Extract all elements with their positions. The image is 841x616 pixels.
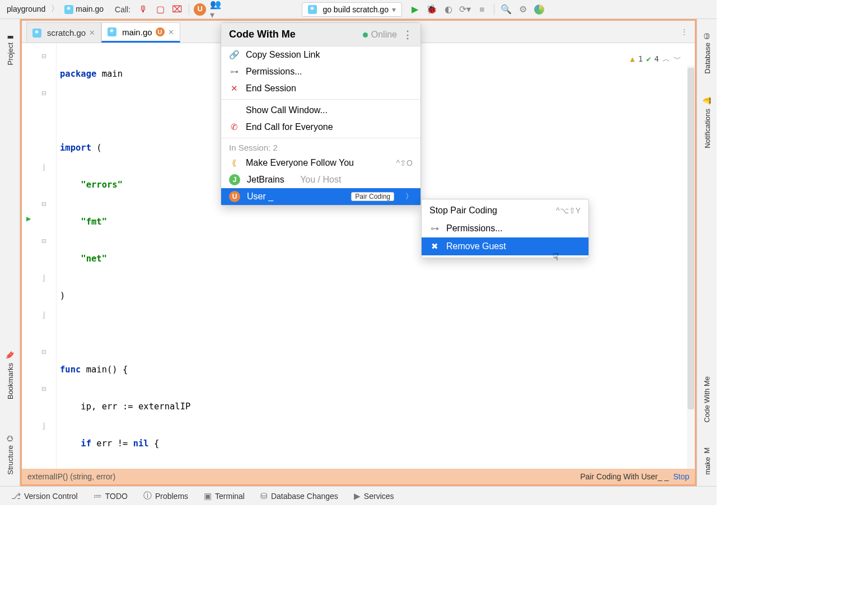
tab-options-icon[interactable]: ⋮ — [680, 27, 688, 36]
more-icon[interactable]: ⋮ — [403, 29, 413, 41]
copy-session-link-item[interactable]: 🔗Copy Session Link — [221, 46, 421, 63]
fold-icon[interactable]: ⊟ — [41, 380, 46, 398]
permissions-item[interactable]: ⊶Permissions... — [221, 63, 421, 80]
online-status: Online — [363, 30, 397, 40]
left-tool-rail: Project▮ Bookmarks🔖 Structure⌬ — [0, 19, 20, 486]
key-icon: ⊶ — [429, 223, 440, 234]
settings-icon[interactable]: ⚙ — [517, 4, 529, 15]
jetbrains-icon[interactable] — [534, 4, 544, 15]
run-config-selector[interactable]: go build scratch.go ▾ — [302, 2, 402, 17]
code-lines[interactable]: package main import ( "errors" "fmt" "ne… — [57, 43, 243, 469]
structure-tool[interactable]: Structure⌬ — [6, 433, 15, 475]
tab-main[interactable]: main.go U ✕ — [101, 22, 180, 43]
shortcut-label: ^⌥⇧Y — [556, 206, 581, 215]
close-icon[interactable]: ✕ — [89, 29, 95, 37]
screenshare-off-icon[interactable]: ⌧ — [171, 4, 183, 15]
bookmarks-label: Bookmarks — [6, 363, 14, 399]
link-icon: 🔗 — [229, 50, 239, 60]
inspection-badges[interactable]: ▲1 ✔4 ︿ ﹀ — [630, 50, 681, 68]
pair-coding-badge: Pair Coding — [351, 192, 394, 201]
version-control-tool[interactable]: ⎇Version Control — [11, 491, 78, 501]
permissions-item[interactable]: ⊶Permissions... — [422, 220, 588, 237]
project-tool[interactable]: Project▮ — [6, 30, 15, 65]
run-config-label: go build scratch.go — [323, 5, 389, 14]
make-tool[interactable]: makeM — [703, 445, 712, 475]
camera-off-icon[interactable]: ▢ — [155, 4, 166, 15]
scroll-thumb[interactable] — [688, 68, 694, 409]
warning-icon: ▲ — [630, 50, 634, 68]
stop-pair-link[interactable]: Stop — [673, 472, 689, 481]
fold-icon[interactable]: ⊟ — [41, 232, 46, 250]
profile-icon[interactable]: ⟳▾ — [460, 4, 471, 15]
fold-end-icon[interactable]: ⌋ — [41, 158, 46, 176]
notifications-label: Notifications — [703, 109, 711, 148]
breadcrumb-status[interactable]: externalIP() (string, error) — [27, 472, 580, 481]
bookmarks-tool[interactable]: Bookmarks🔖 — [6, 351, 15, 399]
breadcrumb-file[interactable]: main.go — [62, 3, 106, 15]
phone-end-icon: ✆ — [229, 122, 239, 132]
notifications-tool[interactable]: Notifications🔔 — [703, 96, 712, 148]
codewithme-popup: Code With Me Online ⋮ 🔗Copy Session Link… — [221, 22, 421, 206]
todo-tool[interactable]: ≔TODO — [94, 491, 128, 501]
guest-avatar[interactable]: U — [194, 3, 206, 16]
db-changes-tool[interactable]: ⛁Database Changes — [260, 491, 338, 501]
fold-end-icon[interactable]: ⌋ — [41, 417, 46, 435]
stop-pair-coding-item[interactable]: Stop Pair Coding^⌥⇧Y — [422, 202, 588, 220]
run-icon[interactable]: ▶ — [409, 4, 421, 15]
fold-icon[interactable]: ⊟ — [41, 195, 46, 213]
shortcut-label: ^⇧O — [396, 158, 413, 167]
problems-icon: ⓘ — [143, 491, 152, 501]
structure-label: Structure — [6, 445, 14, 475]
terminal-tool[interactable]: ▣Terminal — [204, 491, 245, 501]
database-tool[interactable]: Database⛁ — [703, 30, 712, 74]
close-icon[interactable]: ✕ — [168, 28, 174, 36]
tab-label: scratch.go — [47, 28, 86, 38]
services-tool[interactable]: ▶Services — [354, 491, 394, 501]
guest-user-item[interactable]: UUser _Pair Coding〉 — [221, 188, 421, 205]
guest-avatar: U — [229, 191, 240, 202]
fold-icon[interactable]: ⊟ — [41, 47, 46, 66]
run-gutter-icon[interactable]: ▶ — [26, 209, 31, 228]
add-user-icon[interactable]: 👥▾ — [210, 4, 221, 15]
guest-badge: U — [156, 27, 165, 36]
show-call-window-item[interactable]: Show Call Window... — [221, 102, 421, 119]
make-icon: M — [703, 445, 712, 454]
end-session-item[interactable]: ✕End Session — [221, 80, 421, 97]
search-icon[interactable]: 🔍 — [501, 4, 512, 15]
remove-guest-item[interactable]: ✖Remove Guest — [422, 237, 588, 255]
menu-divider — [221, 99, 421, 100]
fold-end-icon[interactable]: ⌋ — [41, 306, 46, 324]
tab-scratch[interactable]: scratch.go ✕ — [26, 22, 101, 43]
end-call-item[interactable]: ✆End Call for Everyone — [221, 119, 421, 136]
debug-icon[interactable]: 🐞 — [426, 4, 437, 15]
follow-icon: ⟪ — [229, 158, 239, 168]
codewithme-tool[interactable]: Code With Me — [703, 376, 711, 422]
editor-gutter: ▶ ⊟ ⊟ ⌋ ⊟ ⊟ ⌋ ⌋ ⊟ ⊟ ⌋ — [22, 43, 57, 469]
go-file-icon — [32, 29, 41, 38]
services-icon: ▶ — [354, 491, 361, 501]
breadcrumb-root[interactable]: playground — [4, 3, 48, 15]
follow-you-item[interactable]: ⟪Make Everyone Follow You^⇧O — [221, 155, 421, 171]
make-label: make — [703, 457, 711, 475]
problems-tool[interactable]: ⓘProblems — [143, 491, 188, 501]
vertical-scrollbar[interactable] — [687, 66, 695, 469]
close-icon: ✕ — [229, 83, 239, 94]
folder-icon: ▮ — [6, 30, 15, 39]
nav-down-icon[interactable]: ﹀ — [674, 50, 681, 68]
host-avatar: J — [229, 174, 240, 185]
call-label: Call: — [115, 5, 130, 14]
fold-icon[interactable]: ⊟ — [41, 343, 46, 361]
jetbrains-user-item[interactable]: JJetBrains You / Host — [221, 171, 421, 188]
stop-icon[interactable]: ■ — [476, 4, 488, 15]
fold-icon[interactable]: ⊟ — [41, 84, 46, 102]
fold-end-icon[interactable]: ⌋ — [41, 269, 46, 287]
terminal-icon: ▣ — [204, 491, 212, 501]
breadcrumb-sep: 〉 — [51, 4, 59, 14]
coverage-icon[interactable]: ◐ — [443, 4, 454, 15]
bottom-toolbar: ⎇Version Control ≔TODO ⓘProblems ▣Termin… — [0, 486, 717, 505]
chevron-down-icon: ▾ — [392, 5, 396, 14]
nav-up-icon[interactable]: ︿ — [662, 50, 670, 68]
right-tool-rail: Database⛁ Notifications🔔 Code With Me ma… — [697, 19, 717, 486]
chevron-right-icon: 〉 — [405, 192, 413, 202]
mic-off-icon[interactable]: 🎙︎ — [138, 4, 149, 15]
